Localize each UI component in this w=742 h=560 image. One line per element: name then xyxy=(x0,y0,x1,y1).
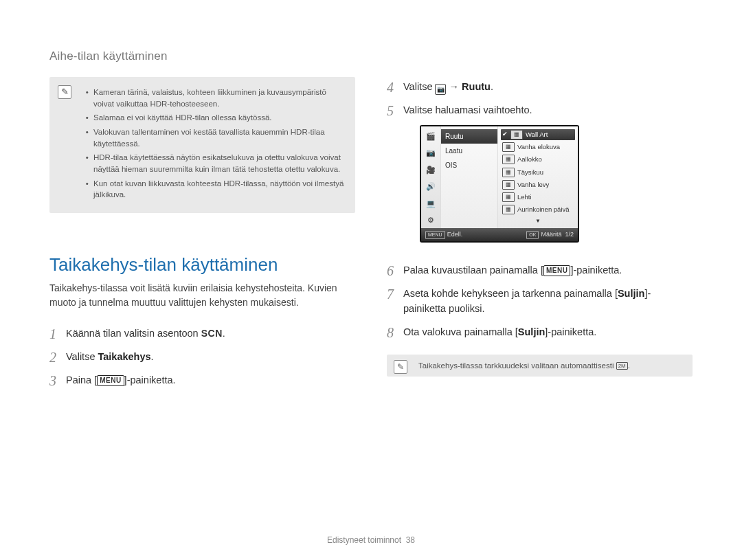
steps-right: 4 Valitse 📷 → Ruutu. 5 Valitse haluamasi… xyxy=(387,77,693,345)
cam-page-indicator: 1/2 xyxy=(565,231,574,238)
step-6-text: Palaa kuvaustilaan painamalla [ xyxy=(403,265,543,276)
resolution-badge: 2M xyxy=(616,362,628,370)
section-desc: Taikakehys-tilassa voit lisätä kuviin er… xyxy=(49,281,355,310)
step-2-text: Valitse xyxy=(66,351,98,362)
frame-icon: ▦ xyxy=(502,180,515,190)
cam-left-item: Ruutu xyxy=(441,129,497,144)
step-7-text: Aseta kohde kehykseen ja tarkenna painam… xyxy=(403,288,618,299)
camera-icon: 📷 xyxy=(435,84,446,95)
cam-option: ▦Aurinkoinen päivä xyxy=(501,204,575,215)
camera-menu-preview: 🎬 📷 🎥 🔊 💻 ⚙ Ruutu Laatu OIS xyxy=(420,125,579,243)
breadcrumb: Aihe-tilan käyttäminen xyxy=(49,49,693,63)
ok-button-icon: OK xyxy=(526,231,539,240)
section-title: Taikakehys-tilan käyttäminen xyxy=(49,254,355,276)
note-item: Salamaa ei voi käyttää HDR-tilan ollessa… xyxy=(91,112,346,124)
shutter-button: Suljin xyxy=(618,288,644,299)
cam-left-item: OIS xyxy=(445,158,493,172)
shutter-button: Suljin xyxy=(518,326,545,337)
step-8-text: Ota valokuva painamalla [ xyxy=(403,326,518,337)
note-item: Valokuvan tallentaminen voi kestää taval… xyxy=(91,126,346,149)
note-item: HDR-tilaa käytettäessä näytön esikatselu… xyxy=(91,152,346,175)
step-4-text: Valitse xyxy=(403,81,435,92)
cam-left-menu: Ruutu Laatu OIS xyxy=(441,126,498,228)
cam-option: ✔▦Wall Art xyxy=(501,129,575,140)
cam-option: ▦Vanha levy xyxy=(501,179,575,190)
frame-icon: ▦ xyxy=(510,130,523,139)
scn-mode-icon: SCN xyxy=(201,326,223,341)
steps-left: 1 Käännä tilan valitsin asentoon SCN. 2 … xyxy=(49,324,355,393)
cam-option: ▦Aallokko xyxy=(501,154,575,165)
menu-button-icon: MENU xyxy=(425,231,445,240)
frame-icon: ▦ xyxy=(502,142,515,152)
page-footer: Edistyneet toiminnot 38 xyxy=(0,535,742,545)
hdr-note-box: ✎ Kameran tärinä, valaistus, kohteen lii… xyxy=(49,77,355,213)
note-item: Kun otat kuvan liikkuvasta kohteesta HDR… xyxy=(91,178,346,201)
video-icon: 🎥 xyxy=(426,164,436,176)
scene-icon: 🎬 xyxy=(426,131,436,142)
note-icon: ✎ xyxy=(394,360,407,374)
chevron-down-icon: ▼ xyxy=(501,217,575,225)
tip-text: Taikakehys-tilassa tarkkuudeksi valitaan… xyxy=(418,361,616,370)
cam-right-options: ✔▦Wall Art ▦Vanha elokuva ▦Aallokko ▦Täy… xyxy=(498,126,578,228)
frame-icon: ▦ xyxy=(502,192,515,202)
step-2-option: Taikakehys xyxy=(98,351,150,362)
note-item: Kameran tärinä, valaistus, kohteen liikk… xyxy=(91,87,346,109)
cam-footer: MENUEdell. OKMääritä 1/2 xyxy=(421,228,578,242)
cam-option: ▦Lehti xyxy=(501,192,575,203)
cam-left-item: Laatu xyxy=(445,144,493,158)
display-icon: 💻 xyxy=(426,198,436,210)
menu-button-icon: MENU xyxy=(97,375,124,386)
note-icon: ✎ xyxy=(58,85,71,99)
frame-icon: ▦ xyxy=(502,155,515,164)
cam-option: ▦Täysikuu xyxy=(501,167,575,178)
sound-icon: 🔊 xyxy=(426,181,436,192)
step-3-text: Paina [ xyxy=(66,374,97,385)
cam-option: ▦Vanha elokuva xyxy=(501,142,575,153)
step-5-text: Valitse haluamasi vaihtoehto. xyxy=(403,104,532,115)
step-1-text: Käännä tilan valitsin asentoon xyxy=(66,328,201,339)
step-4-option: Ruutu xyxy=(462,81,491,92)
frame-icon: ▦ xyxy=(502,205,515,214)
gear-icon: ⚙ xyxy=(427,214,434,226)
frame-icon: ▦ xyxy=(502,168,515,177)
tip-box: ✎ Taikakehys-tilassa tarkkuudeksi valita… xyxy=(387,355,693,377)
menu-button-icon: MENU xyxy=(543,265,570,276)
cam-side-icons: 🎬 📷 🎥 🔊 💻 ⚙ xyxy=(421,126,441,228)
camera-icon: 📷 xyxy=(426,147,436,159)
